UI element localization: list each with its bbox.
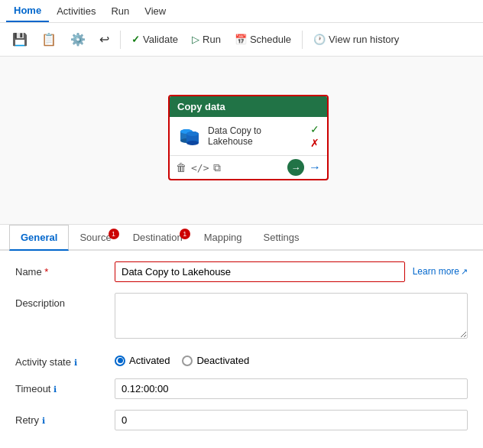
- deactivated-radio[interactable]: [182, 355, 193, 366]
- tab-destination[interactable]: Destination 1: [122, 226, 193, 249]
- arrow-button[interactable]: →: [287, 159, 304, 176]
- tab-general[interactable]: General: [9, 225, 69, 251]
- settings-icon: ⚙️: [70, 32, 86, 47]
- next-arrow-icon[interactable]: →: [309, 161, 321, 174]
- canvas-area: Copy data Data Copy t: [0, 57, 483, 225]
- retry-info-icon[interactable]: ℹ: [42, 416, 45, 425]
- external-link-icon: ↗: [461, 267, 468, 277]
- status-x-icon: ✗: [310, 137, 319, 149]
- name-label: Name *: [15, 261, 107, 278]
- menu-activities[interactable]: Activities: [49, 0, 103, 22]
- validate-button[interactable]: ✓ Validate: [125, 31, 184, 48]
- activity-state-label: Activity state ℹ: [15, 352, 107, 368]
- description-input[interactable]: [115, 293, 468, 339]
- schedule-button[interactable]: 📅 Schedule: [229, 31, 297, 48]
- toolbar-separator2: [302, 31, 303, 49]
- save-icon: 💾: [12, 32, 28, 47]
- activated-option[interactable]: Activated: [115, 355, 170, 366]
- svg-point-6: [186, 141, 199, 145]
- status-check-icon: ✓: [310, 123, 319, 135]
- timeout-row: Timeout ℹ: [15, 378, 468, 399]
- toolbar: 💾 📋 ⚙️ ↩ ✓ Validate ▷ Run 📅 Schedule 🕐 V…: [0, 23, 483, 57]
- menu-bar: Home Activities Run View: [0, 0, 483, 23]
- schedule-icon: 📅: [235, 34, 247, 45]
- clipboard-icon: 📋: [41, 32, 57, 47]
- tabs: General Source 1 Destination 1 Mapping S…: [0, 225, 483, 251]
- run-button[interactable]: ▷ Run: [186, 31, 227, 48]
- undo-icon: ↩: [99, 32, 109, 47]
- timeout-control: [115, 378, 468, 399]
- db-icon: [177, 124, 202, 148]
- undo-button[interactable]: ↩: [93, 29, 115, 50]
- name-row: Name * Learn more ↗: [15, 261, 468, 282]
- copy-icon[interactable]: ⧉: [213, 161, 221, 174]
- retry-label: Retry ℹ: [15, 410, 107, 426]
- description-label: Description: [15, 293, 107, 309]
- activity-card-title: Copy data: [177, 101, 225, 112]
- history-icon: 🕐: [313, 34, 326, 45]
- card-status: ✓ ✗: [310, 123, 319, 149]
- learn-more-link[interactable]: Learn more ↗: [413, 261, 468, 277]
- required-marker: *: [44, 266, 48, 278]
- delete-icon[interactable]: 🗑: [176, 161, 186, 174]
- description-row: Description: [15, 293, 468, 341]
- activity-card[interactable]: Copy data Data Copy t: [168, 95, 329, 180]
- retry-input[interactable]: [115, 410, 468, 430]
- tab-source[interactable]: Source 1: [69, 226, 122, 249]
- svg-point-7: [186, 131, 199, 136]
- activity-card-header: Copy data: [170, 96, 327, 117]
- activity-name: Data Copy to Lakehouse: [208, 125, 304, 147]
- activity-state-control: Activated Deactivated: [115, 352, 468, 366]
- activated-radio[interactable]: [115, 355, 125, 366]
- source-badge: 1: [109, 229, 119, 239]
- activity-card-footer[interactable]: 🗑 </> ⧉ → →: [170, 156, 327, 179]
- activity-state-info-icon[interactable]: ℹ: [74, 358, 77, 367]
- name-control: [115, 261, 405, 282]
- view-run-history-button[interactable]: 🕐 View run history: [307, 31, 405, 48]
- toolbar-separator: [120, 31, 121, 49]
- timeout-label: Timeout ℹ: [15, 378, 107, 394]
- settings-button[interactable]: ⚙️: [64, 29, 92, 50]
- timeout-info-icon[interactable]: ℹ: [53, 385, 57, 394]
- save-button[interactable]: 💾: [6, 29, 34, 50]
- timeout-input[interactable]: [115, 378, 468, 399]
- clipboard-button[interactable]: 📋: [35, 29, 63, 50]
- description-control: [115, 293, 468, 341]
- destination-badge: 1: [180, 229, 190, 239]
- tab-mapping[interactable]: Mapping: [193, 226, 253, 249]
- menu-run[interactable]: Run: [103, 0, 137, 22]
- code-icon[interactable]: </>: [191, 162, 209, 174]
- form-area: Name * Learn more ↗ Description Activity…: [0, 251, 483, 448]
- activity-card-body: Data Copy to Lakehouse ✓ ✗: [170, 117, 327, 156]
- advanced-row[interactable]: › Advanced: [15, 441, 468, 448]
- validate-icon: ✓: [131, 34, 140, 45]
- radio-group: Activated Deactivated: [115, 352, 468, 366]
- retry-row: Retry ℹ: [15, 410, 468, 430]
- menu-view[interactable]: View: [137, 0, 173, 22]
- menu-home[interactable]: Home: [6, 0, 49, 22]
- tab-settings[interactable]: Settings: [253, 226, 310, 249]
- retry-control: [115, 410, 468, 430]
- name-input[interactable]: [115, 261, 405, 282]
- deactivated-option[interactable]: Deactivated: [182, 355, 249, 366]
- activity-state-row: Activity state ℹ Activated Deactivated: [15, 352, 468, 368]
- run-icon: ▷: [192, 34, 199, 45]
